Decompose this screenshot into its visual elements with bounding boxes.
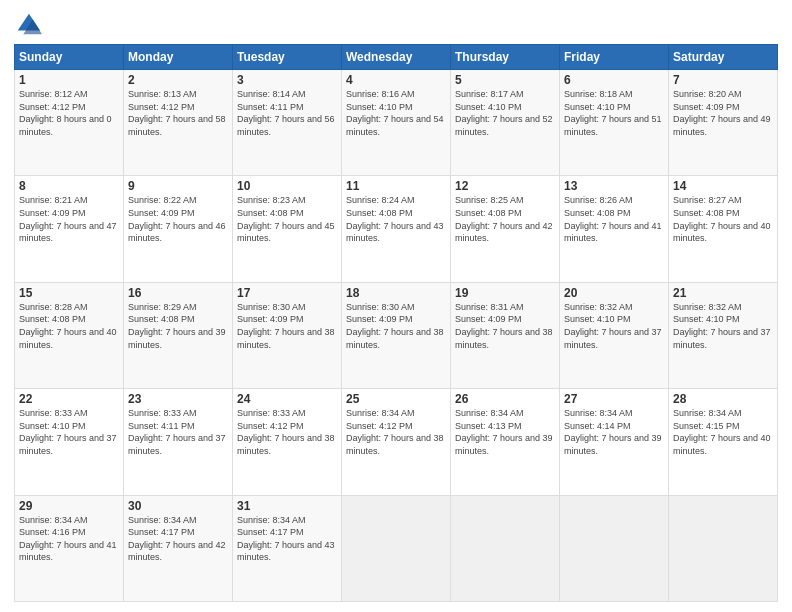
- day-number: 23: [128, 392, 228, 406]
- calendar-cell: 23 Sunrise: 8:33 AMSunset: 4:11 PMDaylig…: [124, 389, 233, 495]
- cell-content: Sunrise: 8:28 AMSunset: 4:08 PMDaylight:…: [19, 301, 119, 351]
- calendar-cell: 20 Sunrise: 8:32 AMSunset: 4:10 PMDaylig…: [560, 282, 669, 388]
- day-number: 30: [128, 499, 228, 513]
- calendar-cell: 16 Sunrise: 8:29 AMSunset: 4:08 PMDaylig…: [124, 282, 233, 388]
- cell-content: Sunrise: 8:25 AMSunset: 4:08 PMDaylight:…: [455, 194, 555, 244]
- calendar-cell: 14 Sunrise: 8:27 AMSunset: 4:08 PMDaylig…: [669, 176, 778, 282]
- cell-content: Sunrise: 8:32 AMSunset: 4:10 PMDaylight:…: [564, 301, 664, 351]
- cell-content: Sunrise: 8:34 AMSunset: 4:14 PMDaylight:…: [564, 407, 664, 457]
- day-number: 12: [455, 179, 555, 193]
- cell-content: Sunrise: 8:32 AMSunset: 4:10 PMDaylight:…: [673, 301, 773, 351]
- cell-content: Sunrise: 8:12 AMSunset: 4:12 PMDaylight:…: [19, 88, 119, 138]
- calendar-cell: 4 Sunrise: 8:16 AMSunset: 4:10 PMDayligh…: [342, 70, 451, 176]
- cell-content: Sunrise: 8:14 AMSunset: 4:11 PMDaylight:…: [237, 88, 337, 138]
- cell-content: Sunrise: 8:23 AMSunset: 4:08 PMDaylight:…: [237, 194, 337, 244]
- col-header-saturday: Saturday: [669, 45, 778, 70]
- calendar-table: SundayMondayTuesdayWednesdayThursdayFrid…: [14, 44, 778, 602]
- cell-content: Sunrise: 8:26 AMSunset: 4:08 PMDaylight:…: [564, 194, 664, 244]
- calendar-cell: 30 Sunrise: 8:34 AMSunset: 4:17 PMDaylig…: [124, 495, 233, 601]
- calendar-cell: 22 Sunrise: 8:33 AMSunset: 4:10 PMDaylig…: [15, 389, 124, 495]
- calendar-cell: 9 Sunrise: 8:22 AMSunset: 4:09 PMDayligh…: [124, 176, 233, 282]
- day-number: 22: [19, 392, 119, 406]
- calendar-week-5: 29 Sunrise: 8:34 AMSunset: 4:16 PMDaylig…: [15, 495, 778, 601]
- day-number: 29: [19, 499, 119, 513]
- calendar-cell: 18 Sunrise: 8:30 AMSunset: 4:09 PMDaylig…: [342, 282, 451, 388]
- cell-content: Sunrise: 8:22 AMSunset: 4:09 PMDaylight:…: [128, 194, 228, 244]
- calendar-cell: 26 Sunrise: 8:34 AMSunset: 4:13 PMDaylig…: [451, 389, 560, 495]
- col-header-monday: Monday: [124, 45, 233, 70]
- cell-content: Sunrise: 8:20 AMSunset: 4:09 PMDaylight:…: [673, 88, 773, 138]
- col-header-sunday: Sunday: [15, 45, 124, 70]
- cell-content: Sunrise: 8:33 AMSunset: 4:12 PMDaylight:…: [237, 407, 337, 457]
- cell-content: Sunrise: 8:24 AMSunset: 4:08 PMDaylight:…: [346, 194, 446, 244]
- logo: [14, 10, 46, 38]
- calendar-cell: 13 Sunrise: 8:26 AMSunset: 4:08 PMDaylig…: [560, 176, 669, 282]
- col-header-thursday: Thursday: [451, 45, 560, 70]
- day-number: 6: [564, 73, 664, 87]
- cell-content: Sunrise: 8:34 AMSunset: 4:15 PMDaylight:…: [673, 407, 773, 457]
- calendar-cell: 11 Sunrise: 8:24 AMSunset: 4:08 PMDaylig…: [342, 176, 451, 282]
- cell-content: Sunrise: 8:16 AMSunset: 4:10 PMDaylight:…: [346, 88, 446, 138]
- col-header-tuesday: Tuesday: [233, 45, 342, 70]
- header: [14, 10, 778, 38]
- day-number: 3: [237, 73, 337, 87]
- calendar-cell: 2 Sunrise: 8:13 AMSunset: 4:12 PMDayligh…: [124, 70, 233, 176]
- calendar-week-1: 1 Sunrise: 8:12 AMSunset: 4:12 PMDayligh…: [15, 70, 778, 176]
- day-number: 26: [455, 392, 555, 406]
- calendar-cell: 7 Sunrise: 8:20 AMSunset: 4:09 PMDayligh…: [669, 70, 778, 176]
- cell-content: Sunrise: 8:31 AMSunset: 4:09 PMDaylight:…: [455, 301, 555, 351]
- col-header-wednesday: Wednesday: [342, 45, 451, 70]
- calendar-body: 1 Sunrise: 8:12 AMSunset: 4:12 PMDayligh…: [15, 70, 778, 602]
- day-number: 15: [19, 286, 119, 300]
- day-number: 28: [673, 392, 773, 406]
- calendar-cell: 25 Sunrise: 8:34 AMSunset: 4:12 PMDaylig…: [342, 389, 451, 495]
- calendar-cell: 27 Sunrise: 8:34 AMSunset: 4:14 PMDaylig…: [560, 389, 669, 495]
- calendar-cell: 19 Sunrise: 8:31 AMSunset: 4:09 PMDaylig…: [451, 282, 560, 388]
- calendar-header-row: SundayMondayTuesdayWednesdayThursdayFrid…: [15, 45, 778, 70]
- calendar-cell: 8 Sunrise: 8:21 AMSunset: 4:09 PMDayligh…: [15, 176, 124, 282]
- calendar-week-4: 22 Sunrise: 8:33 AMSunset: 4:10 PMDaylig…: [15, 389, 778, 495]
- cell-content: Sunrise: 8:17 AMSunset: 4:10 PMDaylight:…: [455, 88, 555, 138]
- calendar-cell: 24 Sunrise: 8:33 AMSunset: 4:12 PMDaylig…: [233, 389, 342, 495]
- calendar-cell: [342, 495, 451, 601]
- day-number: 4: [346, 73, 446, 87]
- day-number: 5: [455, 73, 555, 87]
- day-number: 11: [346, 179, 446, 193]
- day-number: 18: [346, 286, 446, 300]
- cell-content: Sunrise: 8:34 AMSunset: 4:17 PMDaylight:…: [128, 514, 228, 564]
- calendar-cell: 6 Sunrise: 8:18 AMSunset: 4:10 PMDayligh…: [560, 70, 669, 176]
- calendar-cell: 21 Sunrise: 8:32 AMSunset: 4:10 PMDaylig…: [669, 282, 778, 388]
- day-number: 31: [237, 499, 337, 513]
- cell-content: Sunrise: 8:34 AMSunset: 4:17 PMDaylight:…: [237, 514, 337, 564]
- day-number: 25: [346, 392, 446, 406]
- calendar-cell: 17 Sunrise: 8:30 AMSunset: 4:09 PMDaylig…: [233, 282, 342, 388]
- day-number: 7: [673, 73, 773, 87]
- cell-content: Sunrise: 8:34 AMSunset: 4:13 PMDaylight:…: [455, 407, 555, 457]
- calendar-cell: 10 Sunrise: 8:23 AMSunset: 4:08 PMDaylig…: [233, 176, 342, 282]
- cell-content: Sunrise: 8:33 AMSunset: 4:10 PMDaylight:…: [19, 407, 119, 457]
- calendar-cell: 5 Sunrise: 8:17 AMSunset: 4:10 PMDayligh…: [451, 70, 560, 176]
- page: SundayMondayTuesdayWednesdayThursdayFrid…: [0, 0, 792, 612]
- day-number: 24: [237, 392, 337, 406]
- calendar-cell: 28 Sunrise: 8:34 AMSunset: 4:15 PMDaylig…: [669, 389, 778, 495]
- calendar-cell: 31 Sunrise: 8:34 AMSunset: 4:17 PMDaylig…: [233, 495, 342, 601]
- calendar-week-2: 8 Sunrise: 8:21 AMSunset: 4:09 PMDayligh…: [15, 176, 778, 282]
- calendar-cell: 29 Sunrise: 8:34 AMSunset: 4:16 PMDaylig…: [15, 495, 124, 601]
- col-header-friday: Friday: [560, 45, 669, 70]
- day-number: 19: [455, 286, 555, 300]
- calendar-cell: 1 Sunrise: 8:12 AMSunset: 4:12 PMDayligh…: [15, 70, 124, 176]
- cell-content: Sunrise: 8:34 AMSunset: 4:16 PMDaylight:…: [19, 514, 119, 564]
- logo-icon: [14, 10, 42, 38]
- cell-content: Sunrise: 8:29 AMSunset: 4:08 PMDaylight:…: [128, 301, 228, 351]
- day-number: 8: [19, 179, 119, 193]
- calendar-cell: [560, 495, 669, 601]
- day-number: 13: [564, 179, 664, 193]
- cell-content: Sunrise: 8:21 AMSunset: 4:09 PMDaylight:…: [19, 194, 119, 244]
- day-number: 1: [19, 73, 119, 87]
- cell-content: Sunrise: 8:18 AMSunset: 4:10 PMDaylight:…: [564, 88, 664, 138]
- cell-content: Sunrise: 8:27 AMSunset: 4:08 PMDaylight:…: [673, 194, 773, 244]
- day-number: 17: [237, 286, 337, 300]
- day-number: 10: [237, 179, 337, 193]
- day-number: 16: [128, 286, 228, 300]
- day-number: 27: [564, 392, 664, 406]
